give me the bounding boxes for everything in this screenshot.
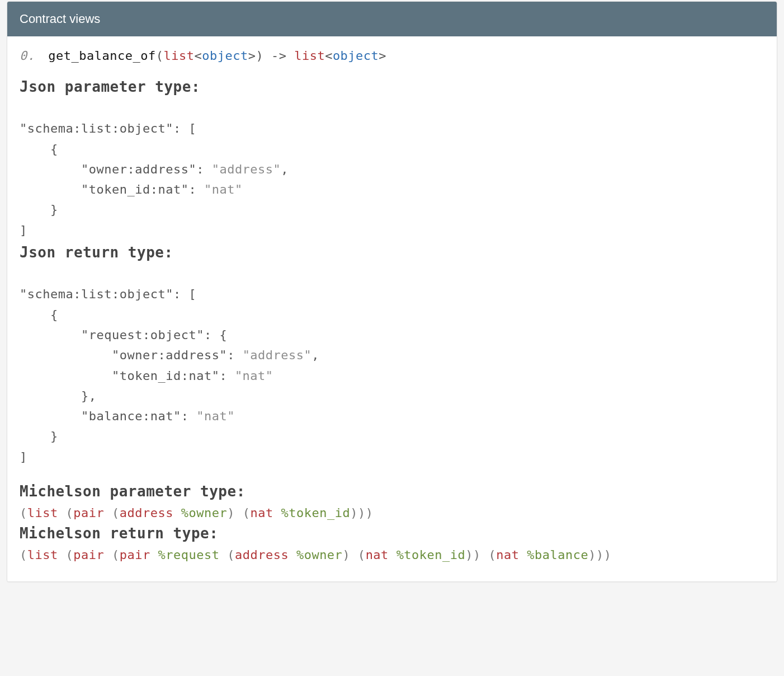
mr-t20: %balance [527,548,588,562]
jr-l3-key: "request:object" [20,328,204,342]
jr-l9: ] [20,450,27,464]
jp-l4-key: "token_id:nat" [20,182,188,196]
ret-type-object: object [333,49,379,63]
type-list: list [163,49,194,63]
json-param-code: "schema:list:object": [ { "owner:address… [20,98,764,241]
jr-l1-key: "schema:list:object" [20,287,173,301]
jr-l2: { [20,308,58,322]
jr-l4-val: "address" [243,348,312,362]
angle-open: < [194,49,202,63]
jp-l3-comma: , [281,162,289,176]
jr-l7-val: "nat" [196,409,235,423]
ret-angle-open: < [325,49,333,63]
mp-t5: ( [104,506,120,520]
jr-l3-colon: : { [204,328,227,342]
mr-t15 [389,548,396,562]
mp-t12: %token_id [281,506,350,520]
jp-l6: ] [20,223,27,237]
jr-l4-comma: , [311,348,319,362]
contract-views-card: Contract views 0. get_balance_of(list<ob… [7,1,777,582]
jp-l3-val: "address" [212,162,281,176]
mr-t14: nat [366,548,389,562]
mp-t10: nat [250,506,273,520]
jp-l5: } [20,203,58,217]
jr-l5-val: "nat" [235,369,273,383]
mp-t8: %owner [181,506,227,520]
jp-l4-colon: : [188,182,204,196]
jr-l7-colon: : [181,409,197,423]
jp-l3-key: "owner:address" [20,162,196,176]
mich-return-title: Michelson return type: [20,525,764,542]
card-body: 0. get_balance_of(list<object>) -> list<… [7,36,777,581]
mp-t4: pair [73,506,104,520]
mr-t6: pair [120,548,150,562]
jr-l7-key: "balance:nat" [20,409,181,423]
mr-t17: )) ( [465,548,496,562]
arrow: -> [263,49,294,63]
card-title: Contract views [20,12,100,26]
mp-t11 [273,506,281,520]
mp-t13: ))) [350,506,373,520]
jp-l3-colon: : [196,162,212,176]
json-return-title: Json return type: [20,244,764,261]
jr-l5-colon: : [219,369,235,383]
mr-t18: nat [496,548,519,562]
mr-t1: ( [20,548,27,562]
mp-t2: list [27,506,58,520]
mp-t9: ) ( [227,506,250,520]
mr-t2: list [27,548,58,562]
mr-t5: ( [104,548,120,562]
jr-l4-key: "owner:address" [20,348,227,362]
jr-l8: } [20,429,58,443]
view-name: get_balance_of [48,49,155,63]
mp-t7 [173,506,181,520]
mich-return-code: (list (pair (pair %request (address %own… [20,545,764,565]
card-header: Contract views [7,2,777,36]
mr-t10: address [235,548,289,562]
mich-param-title: Michelson parameter type: [20,483,764,500]
mr-t21: ))) [588,548,611,562]
json-return-code: "schema:list:object": [ { "request:objec… [20,264,764,467]
mr-t4: pair [73,548,104,562]
mp-t1: ( [20,506,27,520]
mr-t16: %token_id [396,548,466,562]
jr-l4-colon: : [227,348,243,362]
jr-l6: }, [20,389,96,403]
jp-l1-key: "schema:list:object" [20,121,173,135]
angle-close: > [248,49,256,63]
view-index: 0. [20,49,35,63]
mr-t11 [289,548,296,562]
jr-l5-key: "token_id:nat" [20,369,219,383]
json-param-title: Json parameter type: [20,78,764,95]
ret-angle-close: > [379,49,386,63]
mr-t19 [519,548,527,562]
mr-t9: ( [219,548,235,562]
paren-close: ) [256,49,263,63]
view-signature: 0. get_balance_of(list<object>) -> list<… [20,49,764,63]
mp-t6: address [120,506,173,520]
spacer [20,471,764,481]
mr-t12: %owner [296,548,342,562]
mich-param-code: (list (pair (address %owner) (nat %token… [20,503,764,523]
jp-l4-val: "nat" [204,182,243,196]
mr-t13: ) ( [342,548,365,562]
mp-t3: ( [58,506,74,520]
ret-type-list: list [294,49,325,63]
paren-open: ( [156,49,164,63]
jp-l2: { [20,142,58,156]
jr-l1-colon: : [ [173,287,196,301]
mr-t7 [150,548,158,562]
jp-l1-colon: : [ [173,121,196,135]
type-object: object [202,49,248,63]
mr-t8: %request [158,548,219,562]
mr-t3: ( [58,548,74,562]
